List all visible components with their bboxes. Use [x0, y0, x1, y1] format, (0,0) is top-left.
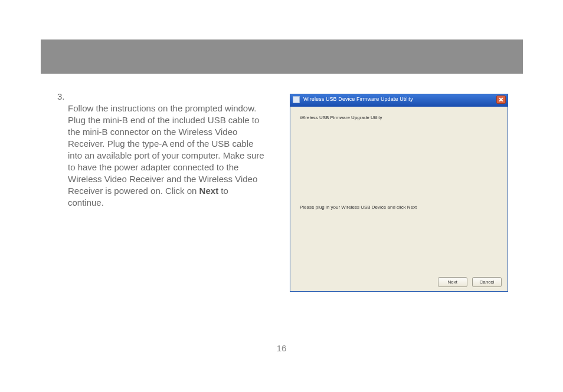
step-paragraph: Follow the instructions on the prompted … — [68, 103, 265, 209]
section-header-bar — [41, 39, 523, 74]
dialog-heading: Wireless USB Firmware Upgrade Utility — [300, 115, 382, 120]
step-text-pre: Follow the instructions on the prompted … — [68, 103, 264, 196]
close-icon[interactable] — [496, 95, 506, 104]
step-number: 3. — [57, 91, 66, 103]
cancel-button[interactable]: Cancel — [472, 277, 502, 287]
instruction-step: 3. Follow the instructions on the prompt… — [57, 91, 265, 209]
dialog-button-row: Next Cancel — [434, 277, 502, 287]
app-icon — [293, 96, 300, 103]
dialog-title: Wireless USB Device Firmware Update Util… — [303, 96, 413, 102]
manual-page: 3. Follow the instructions on the prompt… — [0, 0, 563, 392]
dialog-message: Please plug in your Wireless USB Device … — [300, 205, 417, 210]
next-button[interactable]: Next — [438, 277, 467, 287]
dialog-screenshot: Wireless USB Device Firmware Update Util… — [290, 94, 508, 292]
step-text-bold: Next — [199, 186, 219, 196]
page-number: 16 — [0, 343, 563, 353]
dialog-body: Wireless USB Firmware Upgrade Utility Pl… — [290, 107, 508, 292]
dialog-titlebar: Wireless USB Device Firmware Update Util… — [290, 94, 508, 107]
